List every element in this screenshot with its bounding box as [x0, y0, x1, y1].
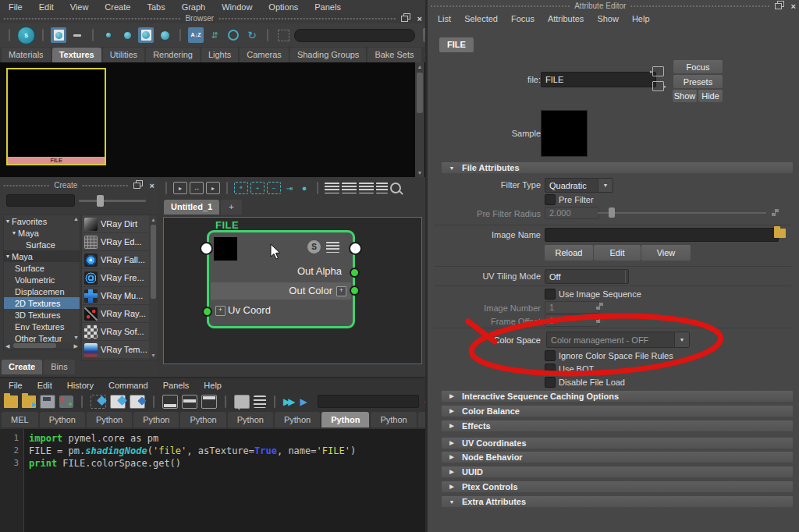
tree-item-favorites[interactable]: ▼Favorites: [4, 215, 80, 227]
tab-python-2[interactable]: Python: [87, 412, 132, 427]
list-item-vray-edges[interactable]: VRay Ed...: [82, 233, 158, 251]
browser-search-input[interactable]: [294, 29, 415, 42]
tab-materials[interactable]: Materials: [2, 48, 51, 62]
ae-menu-selected[interactable]: Selected: [464, 14, 498, 23]
float-panel-icon[interactable]: [133, 183, 140, 189]
caret-down-icon[interactable]: ▼: [4, 218, 12, 224]
slider-handle[interactable]: [609, 207, 615, 218]
echo-commands-icon[interactable]: [234, 395, 250, 409]
tab-file-node[interactable]: FILE: [439, 37, 474, 52]
close-panel-icon[interactable]: ×: [791, 2, 796, 10]
save-script-icon[interactable]: [40, 395, 55, 409]
tree-hscrollbar[interactable]: ◀ ▶: [4, 342, 80, 349]
list-item-vray-ray[interactable]: VRay Ray...: [82, 305, 158, 323]
file-name-field[interactable]: FILE: [541, 72, 656, 87]
node-input-port[interactable]: [200, 242, 213, 255]
file-texture-thumbnail[interactable]: FILE: [6, 68, 106, 165]
color-space-dropdown[interactable]: Color management - OFF ▼: [546, 332, 690, 348]
layout-bottom-icon[interactable]: [162, 395, 178, 409]
ae-menu-focus[interactable]: Focus: [511, 14, 534, 23]
menu-options[interactable]: Options: [268, 2, 298, 12]
keyable-icon[interactable]: [596, 303, 603, 310]
pre-filter-checkbox[interactable]: [545, 194, 556, 205]
tab-lights[interactable]: Lights: [201, 48, 238, 62]
node-graph-view[interactable]: FILE S Out Alpha Out Color + Uv Coord +: [163, 217, 422, 364]
display-custom-icon[interactable]: [376, 183, 388, 193]
scroll-up-icon[interactable]: ▲: [149, 217, 158, 222]
se-menu-panels[interactable]: Panels: [163, 381, 190, 390]
add-to-graph-icon[interactable]: +: [250, 182, 265, 194]
tab-bins[interactable]: Bins: [44, 360, 74, 374]
menu-window[interactable]: Window: [222, 2, 252, 12]
use-bot-checkbox[interactable]: [545, 364, 556, 374]
swatch-view-icon[interactable]: [51, 27, 66, 43]
tab-cameras[interactable]: Cameras: [240, 48, 289, 62]
se-menu-history[interactable]: History: [67, 381, 94, 390]
se-menu-help[interactable]: Help: [204, 381, 222, 390]
new-tab-icon[interactable]: [130, 395, 145, 409]
list-item-vray-fresnel[interactable]: VRay Fre...: [82, 269, 158, 287]
sort-alpha-icon[interactable]: A↓Z: [188, 27, 204, 43]
small-swatch-icon[interactable]: [101, 27, 116, 43]
out-alpha-port[interactable]: [350, 268, 360, 278]
expand-uv-coord-icon[interactable]: +: [215, 306, 225, 316]
caret-down-icon[interactable]: ▼: [10, 230, 18, 236]
menu-file[interactable]: File: [9, 2, 23, 12]
scroll-left-icon[interactable]: ◀: [5, 343, 9, 349]
tab-utilities[interactable]: Utilities: [103, 48, 144, 62]
out-color-port[interactable]: [350, 286, 360, 296]
tree-item-volumetric[interactable]: Volumetric: [4, 274, 80, 286]
list-item-vray-softbox[interactable]: VRay Sof...: [82, 323, 158, 341]
menu-edit[interactable]: Edit: [39, 2, 54, 12]
display-connected-icon[interactable]: [342, 183, 357, 193]
se-menu-file[interactable]: File: [9, 381, 23, 390]
tab-rendering[interactable]: Rendering: [146, 48, 200, 62]
image-name-field[interactable]: [545, 228, 779, 242]
slider-handle[interactable]: [97, 195, 104, 207]
list-item-vray-temperature[interactable]: VRay Tem...: [82, 341, 158, 359]
float-panel-icon[interactable]: [401, 16, 408, 22]
se-menu-edit[interactable]: Edit: [37, 381, 52, 390]
file-node[interactable]: S Out Alpha Out Color + Uv Coord +: [207, 230, 355, 328]
browser-scrollbar[interactable]: ▲ ▼: [415, 62, 424, 177]
tab-python-7-active[interactable]: Python: [321, 412, 369, 427]
line-numbers-icon[interactable]: [254, 395, 266, 408]
use-image-sequence-checkbox[interactable]: [545, 289, 556, 300]
disable-file-load-checkbox[interactable]: [545, 377, 556, 388]
section-extra-attributes[interactable]: ▼Extra Attributes: [441, 495, 794, 508]
list-item-vray-falloff[interactable]: VRay Fall...: [82, 251, 158, 269]
scroll-thumb[interactable]: [151, 225, 156, 299]
source-script-icon[interactable]: ▶: [22, 395, 36, 408]
tab-python-3[interactable]: Python: [133, 412, 179, 427]
all-connections-icon[interactable]: ↔: [190, 182, 204, 194]
tab-python-1[interactable]: Python: [40, 412, 85, 427]
pin-icon[interactable]: ⇥: [283, 183, 296, 193]
node-swatch[interactable]: [214, 237, 237, 261]
refresh-icon[interactable]: ↻: [244, 27, 260, 43]
scroll-thumb[interactable]: [417, 73, 423, 113]
view-button[interactable]: View: [641, 245, 691, 261]
create-filter-input[interactable]: [6, 194, 75, 207]
list-view-icon[interactable]: [69, 27, 85, 43]
open-script-icon[interactable]: [4, 395, 18, 408]
tab-mel[interactable]: MEL: [2, 412, 38, 427]
menu-tabs[interactable]: Tabs: [147, 2, 165, 12]
menu-view[interactable]: View: [70, 2, 89, 12]
caret-down-icon[interactable]: ▼: [598, 179, 613, 192]
section-uuid[interactable]: ▶UUID: [441, 466, 794, 478]
uv-tiling-mode-dropdown[interactable]: Off: [545, 269, 629, 284]
tree-scroll-down-icon[interactable]: ▼: [73, 335, 79, 340]
se-menu-command[interactable]: Command: [108, 381, 148, 390]
display-all-icon[interactable]: [359, 183, 374, 193]
edit-button[interactable]: Edit: [594, 245, 641, 261]
search-icon[interactable]: [390, 183, 401, 193]
frame-selection-icon[interactable]: ⌖: [234, 182, 248, 194]
display-simple-icon[interactable]: [325, 183, 339, 193]
sort-type-icon[interactable]: ⇵: [207, 27, 222, 43]
section-node-behavior[interactable]: ▶Node Behavior: [441, 451, 794, 463]
tree-item-env-textures[interactable]: Env Textures: [4, 321, 80, 332]
list-item-vray-multi[interactable]: VRay Mu...: [82, 287, 158, 305]
show-attrs-button[interactable]: Show: [673, 90, 697, 102]
medium-swatch-icon[interactable]: [119, 27, 135, 43]
keyable-icon[interactable]: [596, 316, 603, 323]
